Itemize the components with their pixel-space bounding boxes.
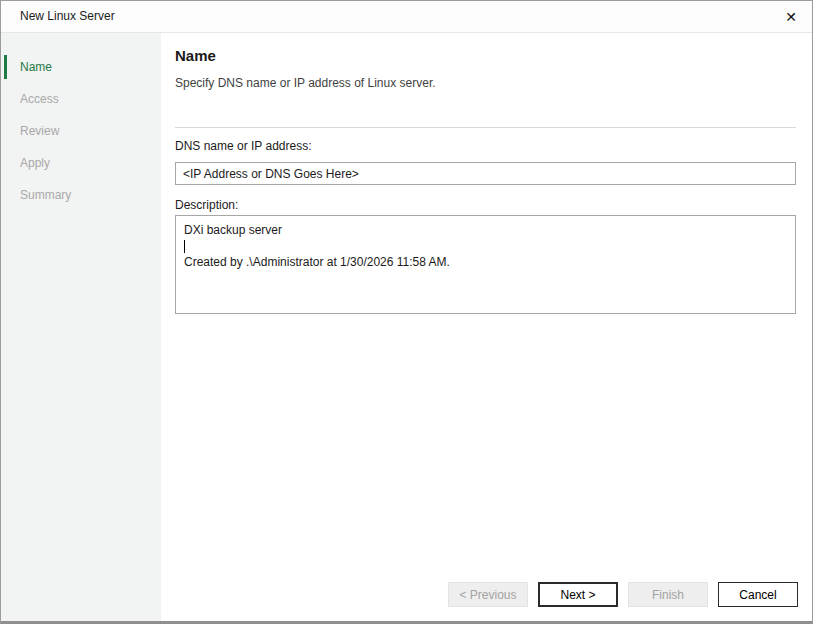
dns-name-input[interactable] xyxy=(175,162,796,185)
next-button[interactable]: Next > xyxy=(538,582,618,607)
close-icon[interactable]: ✕ xyxy=(776,1,806,32)
sidebar-item-review[interactable]: Review xyxy=(1,115,161,147)
description-label: Description: xyxy=(175,198,238,212)
previous-button[interactable]: < Previous xyxy=(448,582,528,607)
finish-button[interactable]: Finish xyxy=(628,582,708,607)
new-linux-server-dialog: New Linux Server ✕ Name Access Review Ap… xyxy=(0,0,813,624)
page-subtitle: Specify DNS name or IP address of Linux … xyxy=(175,76,436,90)
wizard-steps-sidebar: Name Access Review Apply Summary xyxy=(1,33,161,621)
cancel-button[interactable]: Cancel xyxy=(718,582,798,607)
sidebar-item-access[interactable]: Access xyxy=(1,83,161,115)
section-divider xyxy=(175,127,796,128)
dns-name-label: DNS name or IP address: xyxy=(175,139,312,153)
sidebar-item-label: Name xyxy=(20,60,52,74)
sidebar-item-label: Review xyxy=(20,124,59,138)
page-title: Name xyxy=(175,47,216,64)
description-line xyxy=(184,238,787,254)
sidebar-item-label: Access xyxy=(20,92,59,106)
description-line: Created by .\Administrator at 1/30/2026 … xyxy=(184,254,787,270)
main-content: Name Specify DNS name or IP address of L… xyxy=(161,33,812,621)
description-line: DXi backup server xyxy=(184,222,787,238)
sidebar-item-label: Summary xyxy=(20,188,71,202)
active-step-indicator xyxy=(4,55,7,79)
sidebar-item-summary[interactable]: Summary xyxy=(1,179,161,211)
title-bar: New Linux Server ✕ xyxy=(1,1,812,33)
sidebar-item-apply[interactable]: Apply xyxy=(1,147,161,179)
window-title: New Linux Server xyxy=(20,1,115,32)
text-caret xyxy=(184,240,185,253)
wizard-footer: < Previous Next > Finish Cancel xyxy=(448,582,798,607)
sidebar-item-label: Apply xyxy=(20,156,50,170)
sidebar-item-name[interactable]: Name xyxy=(1,51,161,83)
description-textarea[interactable]: DXi backup server Created by .\Administr… xyxy=(175,215,796,314)
